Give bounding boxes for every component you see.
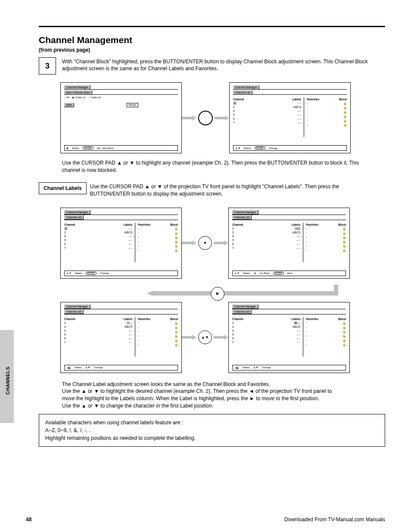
svg-marker-6 xyxy=(182,335,196,340)
svg-marker-3 xyxy=(214,240,228,246)
after-step3-text: Use the CURSOR PAD ▲ or ▼ to highlight a… xyxy=(62,159,372,174)
arrow-right-icon xyxy=(214,335,228,340)
step-3-text: With "Channel Block" highlighted, press … xyxy=(62,57,385,72)
bottom-hint: The Channel Label adjustment screen look… xyxy=(62,381,381,410)
screen-labels-a: Channel Manager Channel List ChannelLabe… xyxy=(60,208,182,279)
page-number: 48 xyxy=(26,516,31,523)
enter-button-icon xyxy=(198,111,213,125)
svg-marker-0 xyxy=(182,115,196,121)
arrow-right-icon xyxy=(182,335,196,340)
screen-channel-manager-setup: Channel Manager Auto Channel Scan ○ Air … xyxy=(60,82,182,153)
cursor-down-icon: ▼ xyxy=(198,236,212,250)
screen-labels-d: Channel Manager Channel List ChannelLabe… xyxy=(228,302,350,373)
cursor-up-down-icon: ▲▼ xyxy=(198,330,212,344)
page-title: Channel Management xyxy=(39,35,385,45)
screen-labels-b: Channel Manager Channel List ChannelLabe… xyxy=(228,208,350,279)
screen-channel-list: Channel Manager Channel List ChannelLabe… xyxy=(229,82,351,153)
arrow-right-icon xyxy=(182,240,196,246)
svg-marker-1 xyxy=(215,115,229,121)
svg-marker-2 xyxy=(182,240,196,246)
step-number-3: 3 xyxy=(39,57,56,75)
page-subtitle: (from previous page) xyxy=(39,47,385,53)
cursor-right-icon: ▶ xyxy=(211,287,224,301)
arrow-right-icon xyxy=(182,115,196,121)
arrow-right-icon xyxy=(214,240,228,246)
character-set-box: Available characters when using channel … xyxy=(39,414,385,447)
svg-marker-7 xyxy=(214,335,228,340)
arrow-right-icon xyxy=(215,115,229,121)
channel-labels-heading: Channel Labels xyxy=(39,182,87,194)
screen-labels-c: Channel Manager Channel List ChannelLabe… xyxy=(60,302,182,373)
side-tab: CHANNELS xyxy=(0,330,14,423)
source-footer: Downloaded From TV-Manual.com Manuals xyxy=(284,516,385,523)
svg-marker-4 xyxy=(146,291,153,296)
channel-labels-text: Use the CURSOR PAD ▲ or ▼ of the project… xyxy=(90,182,340,198)
